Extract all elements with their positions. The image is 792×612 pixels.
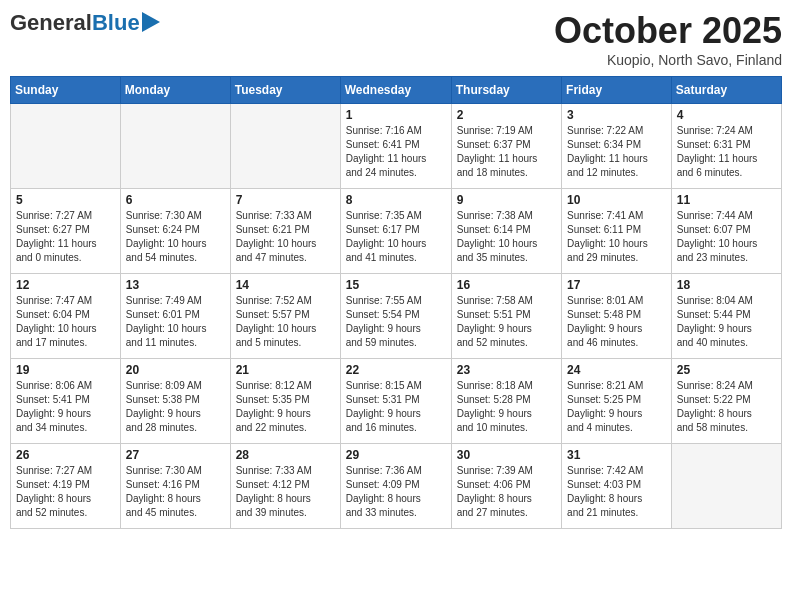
calendar-cell bbox=[11, 104, 121, 189]
day-number: 19 bbox=[16, 363, 115, 377]
calendar-cell: 1Sunrise: 7:16 AM Sunset: 6:41 PM Daylig… bbox=[340, 104, 451, 189]
week-row-2: 5Sunrise: 7:27 AM Sunset: 6:27 PM Daylig… bbox=[11, 189, 782, 274]
weekday-header-row: SundayMondayTuesdayWednesdayThursdayFrid… bbox=[11, 77, 782, 104]
day-number: 7 bbox=[236, 193, 335, 207]
calendar-cell: 17Sunrise: 8:01 AM Sunset: 5:48 PM Dayli… bbox=[562, 274, 672, 359]
calendar-cell: 23Sunrise: 8:18 AM Sunset: 5:28 PM Dayli… bbox=[451, 359, 561, 444]
day-info: Sunrise: 7:58 AM Sunset: 5:51 PM Dayligh… bbox=[457, 294, 556, 350]
weekday-header-sunday: Sunday bbox=[11, 77, 121, 104]
logo-blue-text: Blue bbox=[92, 10, 140, 36]
calendar-cell: 27Sunrise: 7:30 AM Sunset: 4:16 PM Dayli… bbox=[120, 444, 230, 529]
day-info: Sunrise: 7:27 AM Sunset: 4:19 PM Dayligh… bbox=[16, 464, 115, 520]
calendar-cell: 24Sunrise: 8:21 AM Sunset: 5:25 PM Dayli… bbox=[562, 359, 672, 444]
weekday-header-friday: Friday bbox=[562, 77, 672, 104]
day-number: 29 bbox=[346, 448, 446, 462]
logo-general-text: General bbox=[10, 10, 92, 36]
week-row-4: 19Sunrise: 8:06 AM Sunset: 5:41 PM Dayli… bbox=[11, 359, 782, 444]
calendar-cell: 3Sunrise: 7:22 AM Sunset: 6:34 PM Daylig… bbox=[562, 104, 672, 189]
day-number: 3 bbox=[567, 108, 666, 122]
calendar-cell: 30Sunrise: 7:39 AM Sunset: 4:06 PM Dayli… bbox=[451, 444, 561, 529]
day-number: 23 bbox=[457, 363, 556, 377]
day-info: Sunrise: 7:49 AM Sunset: 6:01 PM Dayligh… bbox=[126, 294, 225, 350]
calendar-cell: 20Sunrise: 8:09 AM Sunset: 5:38 PM Dayli… bbox=[120, 359, 230, 444]
day-number: 5 bbox=[16, 193, 115, 207]
day-info: Sunrise: 8:12 AM Sunset: 5:35 PM Dayligh… bbox=[236, 379, 335, 435]
day-number: 1 bbox=[346, 108, 446, 122]
day-number: 13 bbox=[126, 278, 225, 292]
weekday-header-thursday: Thursday bbox=[451, 77, 561, 104]
weekday-header-wednesday: Wednesday bbox=[340, 77, 451, 104]
day-info: Sunrise: 7:39 AM Sunset: 4:06 PM Dayligh… bbox=[457, 464, 556, 520]
calendar-cell: 13Sunrise: 7:49 AM Sunset: 6:01 PM Dayli… bbox=[120, 274, 230, 359]
day-number: 2 bbox=[457, 108, 556, 122]
day-number: 20 bbox=[126, 363, 225, 377]
calendar-cell bbox=[120, 104, 230, 189]
day-number: 14 bbox=[236, 278, 335, 292]
day-info: Sunrise: 7:52 AM Sunset: 5:57 PM Dayligh… bbox=[236, 294, 335, 350]
day-number: 16 bbox=[457, 278, 556, 292]
day-info: Sunrise: 8:18 AM Sunset: 5:28 PM Dayligh… bbox=[457, 379, 556, 435]
day-info: Sunrise: 7:33 AM Sunset: 4:12 PM Dayligh… bbox=[236, 464, 335, 520]
calendar-cell: 29Sunrise: 7:36 AM Sunset: 4:09 PM Dayli… bbox=[340, 444, 451, 529]
day-info: Sunrise: 8:04 AM Sunset: 5:44 PM Dayligh… bbox=[677, 294, 776, 350]
day-info: Sunrise: 7:35 AM Sunset: 6:17 PM Dayligh… bbox=[346, 209, 446, 265]
day-number: 27 bbox=[126, 448, 225, 462]
day-info: Sunrise: 8:24 AM Sunset: 5:22 PM Dayligh… bbox=[677, 379, 776, 435]
calendar-cell: 6Sunrise: 7:30 AM Sunset: 6:24 PM Daylig… bbox=[120, 189, 230, 274]
day-number: 12 bbox=[16, 278, 115, 292]
calendar-table: SundayMondayTuesdayWednesdayThursdayFrid… bbox=[10, 76, 782, 529]
day-number: 11 bbox=[677, 193, 776, 207]
day-number: 30 bbox=[457, 448, 556, 462]
day-number: 8 bbox=[346, 193, 446, 207]
calendar-cell: 28Sunrise: 7:33 AM Sunset: 4:12 PM Dayli… bbox=[230, 444, 340, 529]
calendar-cell: 25Sunrise: 8:24 AM Sunset: 5:22 PM Dayli… bbox=[671, 359, 781, 444]
weekday-header-monday: Monday bbox=[120, 77, 230, 104]
calendar-cell: 9Sunrise: 7:38 AM Sunset: 6:14 PM Daylig… bbox=[451, 189, 561, 274]
day-info: Sunrise: 7:36 AM Sunset: 4:09 PM Dayligh… bbox=[346, 464, 446, 520]
day-info: Sunrise: 7:27 AM Sunset: 6:27 PM Dayligh… bbox=[16, 209, 115, 265]
day-info: Sunrise: 7:44 AM Sunset: 6:07 PM Dayligh… bbox=[677, 209, 776, 265]
day-info: Sunrise: 8:06 AM Sunset: 5:41 PM Dayligh… bbox=[16, 379, 115, 435]
calendar-cell: 10Sunrise: 7:41 AM Sunset: 6:11 PM Dayli… bbox=[562, 189, 672, 274]
day-number: 6 bbox=[126, 193, 225, 207]
day-number: 9 bbox=[457, 193, 556, 207]
calendar-cell bbox=[671, 444, 781, 529]
day-number: 31 bbox=[567, 448, 666, 462]
calendar-cell: 22Sunrise: 8:15 AM Sunset: 5:31 PM Dayli… bbox=[340, 359, 451, 444]
week-row-3: 12Sunrise: 7:47 AM Sunset: 6:04 PM Dayli… bbox=[11, 274, 782, 359]
day-info: Sunrise: 7:22 AM Sunset: 6:34 PM Dayligh… bbox=[567, 124, 666, 180]
calendar-cell: 31Sunrise: 7:42 AM Sunset: 4:03 PM Dayli… bbox=[562, 444, 672, 529]
calendar-cell: 14Sunrise: 7:52 AM Sunset: 5:57 PM Dayli… bbox=[230, 274, 340, 359]
month-title: October 2025 bbox=[554, 10, 782, 52]
day-number: 4 bbox=[677, 108, 776, 122]
title-section: October 2025 Kuopio, North Savo, Finland bbox=[554, 10, 782, 68]
day-number: 24 bbox=[567, 363, 666, 377]
day-number: 22 bbox=[346, 363, 446, 377]
day-number: 25 bbox=[677, 363, 776, 377]
day-info: Sunrise: 8:21 AM Sunset: 5:25 PM Dayligh… bbox=[567, 379, 666, 435]
calendar-cell: 8Sunrise: 7:35 AM Sunset: 6:17 PM Daylig… bbox=[340, 189, 451, 274]
day-info: Sunrise: 8:15 AM Sunset: 5:31 PM Dayligh… bbox=[346, 379, 446, 435]
day-number: 17 bbox=[567, 278, 666, 292]
day-info: Sunrise: 7:30 AM Sunset: 4:16 PM Dayligh… bbox=[126, 464, 225, 520]
day-number: 10 bbox=[567, 193, 666, 207]
week-row-5: 26Sunrise: 7:27 AM Sunset: 4:19 PM Dayli… bbox=[11, 444, 782, 529]
calendar-cell: 16Sunrise: 7:58 AM Sunset: 5:51 PM Dayli… bbox=[451, 274, 561, 359]
day-info: Sunrise: 7:30 AM Sunset: 6:24 PM Dayligh… bbox=[126, 209, 225, 265]
calendar-cell: 2Sunrise: 7:19 AM Sunset: 6:37 PM Daylig… bbox=[451, 104, 561, 189]
calendar-cell: 15Sunrise: 7:55 AM Sunset: 5:54 PM Dayli… bbox=[340, 274, 451, 359]
day-info: Sunrise: 7:38 AM Sunset: 6:14 PM Dayligh… bbox=[457, 209, 556, 265]
page-header: General Blue October 2025 Kuopio, North … bbox=[10, 10, 782, 68]
location-text: Kuopio, North Savo, Finland bbox=[554, 52, 782, 68]
day-number: 18 bbox=[677, 278, 776, 292]
calendar-cell: 12Sunrise: 7:47 AM Sunset: 6:04 PM Dayli… bbox=[11, 274, 121, 359]
day-info: Sunrise: 7:19 AM Sunset: 6:37 PM Dayligh… bbox=[457, 124, 556, 180]
day-info: Sunrise: 8:09 AM Sunset: 5:38 PM Dayligh… bbox=[126, 379, 225, 435]
day-info: Sunrise: 7:33 AM Sunset: 6:21 PM Dayligh… bbox=[236, 209, 335, 265]
day-info: Sunrise: 7:47 AM Sunset: 6:04 PM Dayligh… bbox=[16, 294, 115, 350]
calendar-cell: 4Sunrise: 7:24 AM Sunset: 6:31 PM Daylig… bbox=[671, 104, 781, 189]
day-info: Sunrise: 7:24 AM Sunset: 6:31 PM Dayligh… bbox=[677, 124, 776, 180]
day-info: Sunrise: 7:16 AM Sunset: 6:41 PM Dayligh… bbox=[346, 124, 446, 180]
weekday-header-saturday: Saturday bbox=[671, 77, 781, 104]
day-number: 15 bbox=[346, 278, 446, 292]
